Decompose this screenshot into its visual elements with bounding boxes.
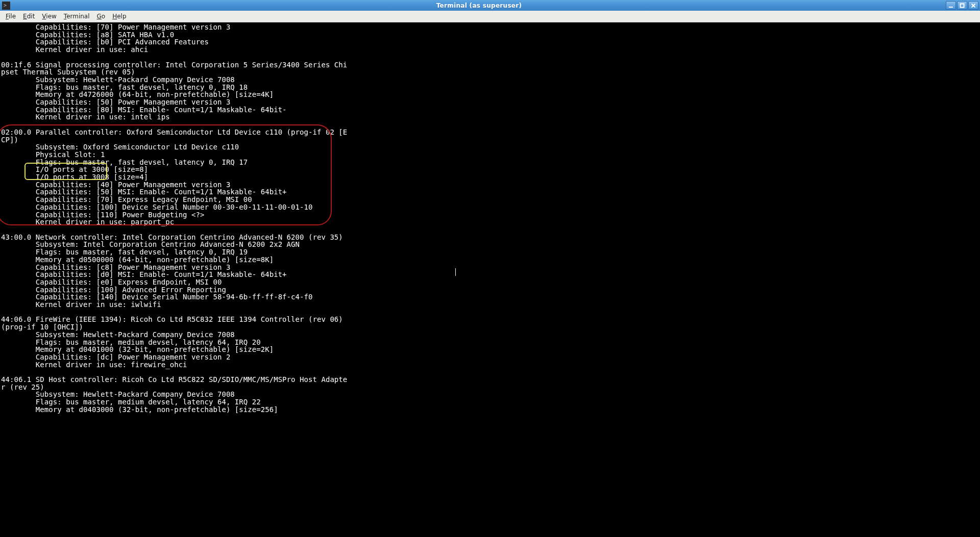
window-root: Terminal (as superuser) File Edit View T…	[0, 0, 980, 537]
menu-edit[interactable]: Edit	[19, 12, 38, 21]
titlebar[interactable]: Terminal (as superuser)	[0, 0, 980, 11]
minimize-button[interactable]	[946, 1, 956, 10]
menu-view[interactable]: View	[38, 12, 60, 21]
maximize-button[interactable]	[957, 1, 967, 10]
window-title: Terminal (as superuser)	[12, 2, 946, 9]
terminal-viewport[interactable]: Capabilities: [70] Power Management vers…	[0, 22, 980, 537]
svg-rect-1	[961, 4, 964, 7]
menu-file[interactable]: File	[2, 12, 19, 21]
terminal-icon	[2, 2, 10, 10]
window-controls	[946, 1, 978, 10]
menu-go[interactable]: Go	[93, 12, 109, 21]
menubar: File Edit View Terminal Go Help	[0, 11, 980, 22]
terminal-output: Capabilities: [70] Power Management vers…	[1, 23, 979, 414]
text-cursor	[455, 268, 456, 276]
close-button[interactable]	[968, 1, 978, 10]
menu-terminal[interactable]: Terminal	[60, 12, 93, 21]
menu-help[interactable]: Help	[109, 12, 130, 21]
